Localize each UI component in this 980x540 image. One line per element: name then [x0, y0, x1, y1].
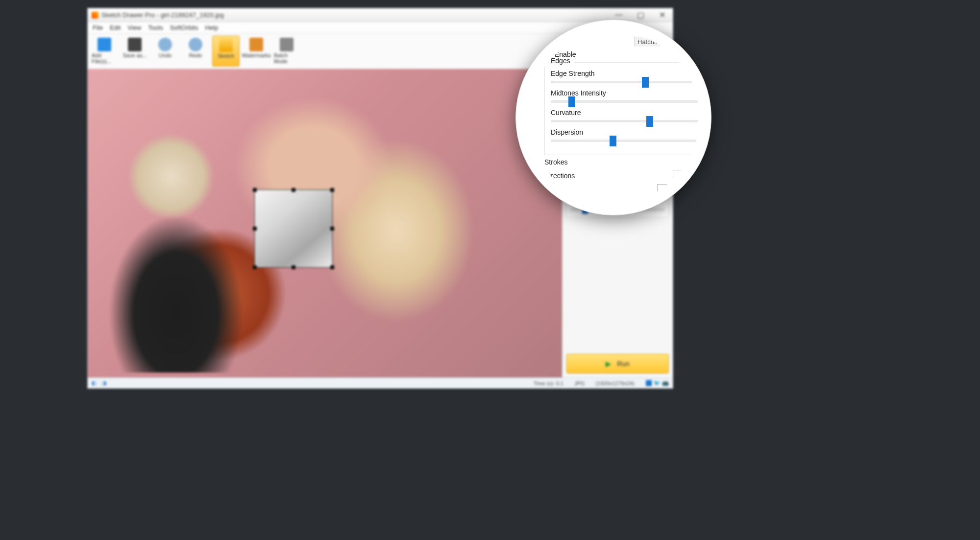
zoom-row-type: Type Curved [544, 184, 699, 195]
zoom-slider-dispersion[interactable] [551, 140, 698, 142]
maximize-button[interactable]: ▢ [634, 10, 647, 20]
handle-tr[interactable] [330, 188, 334, 192]
status-icon-2: ◨ [101, 380, 106, 386]
tool-batchmode[interactable]: Batch Mode [273, 36, 300, 67]
status-dims: (1920x1279x24) [595, 380, 635, 386]
tool-redo[interactable]: Redo [182, 36, 209, 67]
run-button[interactable]: ▶ Run [566, 354, 669, 374]
handle-l[interactable] [253, 227, 257, 231]
zoom-strokes-title: Strokes [544, 158, 699, 166]
status-time: Time (s): 0.1 [534, 380, 564, 386]
zoom-row-directions: Directions 1 [544, 170, 699, 181]
window-title: Sketch Drawer Pro - girl-2189247_1920.jp… [101, 11, 224, 19]
checkbox-icon [545, 51, 552, 58]
zoom-slider-edge-strength[interactable] [551, 81, 698, 83]
zoom-row-dispersion: Dispersion [551, 128, 698, 142]
close-button[interactable]: ✕ [655, 10, 669, 20]
statusbar: ◧ ◨ Time (s): 0.1 JPG (1920x1279x24) 🟦 🐦… [88, 377, 673, 388]
zoom-row-edge-strength: Edge Strength [551, 70, 698, 83]
zoom-select-type[interactable]: Curved [657, 184, 699, 195]
menu-tools[interactable]: Tools [148, 24, 163, 31]
menu-help[interactable]: Help [205, 24, 218, 31]
menu-softorbits[interactable]: SoftOrbits [170, 24, 198, 31]
selection-rect[interactable] [254, 189, 333, 268]
app-icon [92, 12, 98, 19]
status-social-icons[interactable]: 🟦 🐦 📺 [645, 380, 669, 386]
zoom-slider-curvature[interactable] [551, 120, 698, 122]
tab-hatching[interactable]: Hatching [634, 37, 666, 47]
handle-t[interactable] [292, 188, 295, 192]
status-icon-1: ◧ [92, 380, 97, 386]
tool-saveas[interactable]: Save as... [121, 36, 148, 67]
tool-sketch[interactable]: Sketch [212, 36, 240, 67]
handle-b[interactable] [292, 265, 295, 269]
canvas[interactable] [88, 69, 562, 377]
handle-r[interactable] [330, 227, 334, 231]
play-icon: ▶ [606, 360, 611, 368]
handle-tl[interactable] [253, 188, 257, 192]
handle-bl[interactable] [253, 265, 257, 269]
tool-undo[interactable]: Undo [151, 36, 179, 67]
menu-file[interactable]: File [93, 24, 103, 31]
zoom-group-edges: Edges Edge Strength Midtones Intensity C… [544, 62, 699, 155]
minimize-button[interactable]: — [612, 10, 626, 20]
zoom-overlay: Hatching Colorize Enable Edges Edge Stre… [515, 20, 711, 215]
chevron-down-icon [696, 188, 699, 191]
zoom-slider-midtones[interactable] [551, 100, 698, 103]
menu-view[interactable]: View [127, 24, 141, 31]
zoom-row-midtones: Midtones Intensity [551, 89, 698, 103]
menu-edit[interactable]: Edit [110, 24, 121, 31]
tool-addfiles[interactable]: Add File(s)... [91, 36, 118, 67]
status-format: JPG [574, 380, 585, 386]
tool-watermarks[interactable]: Watermarks [243, 36, 270, 67]
titlebar: Sketch Drawer Pro - girl-2189247_1920.jp… [88, 8, 673, 22]
handle-br[interactable] [330, 265, 334, 269]
chevron-down-icon [696, 174, 699, 177]
zoom-select-directions[interactable]: 1 [673, 170, 699, 181]
zoom-row-curvature: Curvature [551, 109, 698, 122]
